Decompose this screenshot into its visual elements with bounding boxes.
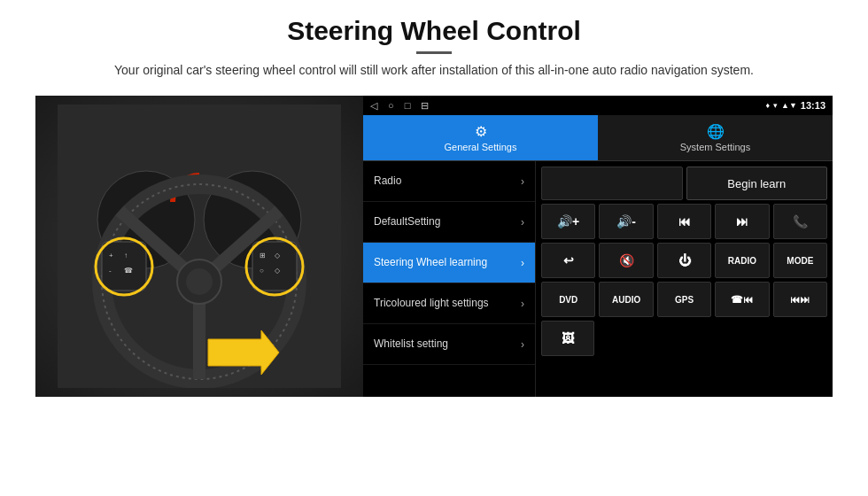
- svg-text:-: -: [109, 267, 112, 275]
- menu-tricolour[interactable]: Tricoloured light settings ›: [363, 283, 535, 324]
- skip-btn[interactable]: ⏮⏭: [773, 282, 827, 317]
- menu-list: Radio › DefaultSetting › Steering Wheel …: [363, 161, 536, 397]
- clock: 13:13: [801, 100, 825, 111]
- control-panel: Begin learn 🔊+ 🔊- ⏮: [536, 161, 833, 397]
- mute-icon: 🔇: [619, 253, 634, 267]
- vol-down-icon: 🔊-: [616, 214, 636, 229]
- recents-icon[interactable]: □: [405, 100, 411, 112]
- android-screen: ◁ ○ □ ⊟ ♦ ▾ ▲▼ 13:13 ⚙ General Settings: [363, 96, 833, 397]
- gps-label: GPS: [675, 295, 694, 305]
- power-icon: ⏻: [678, 253, 691, 267]
- blank-box: [541, 167, 683, 200]
- vol-down-btn[interactable]: 🔊-: [599, 204, 653, 239]
- back-icon[interactable]: ◁: [370, 100, 377, 112]
- tab-system-label: System Settings: [680, 142, 750, 152]
- control-row-3: DVD AUDIO GPS ☎⏮ ⏮⏭: [541, 282, 827, 317]
- radio-label: RADIO: [728, 256, 756, 266]
- svg-text:◇: ◇: [275, 267, 281, 275]
- phone-prev-btn[interactable]: ☎⏮: [715, 282, 769, 317]
- control-row-2: ↩ 🔇 ⏻ RADIO MODE: [541, 243, 827, 278]
- mute-btn[interactable]: 🔇: [599, 243, 653, 278]
- tab-bar: ⚙ General Settings 🌐 System Settings: [363, 115, 833, 161]
- audio-label: AUDIO: [612, 295, 640, 305]
- tab-system[interactable]: 🌐 System Settings: [598, 115, 833, 160]
- phone-prev-icon: ☎⏮: [731, 294, 753, 306]
- mode-label: MODE: [787, 256, 813, 266]
- phone-btn[interactable]: 📞: [773, 204, 827, 239]
- chevron-radio: ›: [521, 175, 524, 188]
- signal-icon: ▲▼: [781, 101, 797, 110]
- svg-text:↑: ↑: [124, 252, 128, 260]
- menu-default[interactable]: DefaultSetting ›: [363, 202, 535, 243]
- menu-default-label: DefaultSetting: [374, 215, 440, 229]
- control-row-1: 🔊+ 🔊- ⏮ ⏭ 📞: [541, 204, 827, 239]
- content-area: + ↑ - ☎ ⊞ ◇ ○ ◇: [35, 96, 833, 397]
- car-image: + ↑ - ☎ ⊞ ◇ ○ ◇: [35, 96, 363, 397]
- status-bar: ◁ ○ □ ⊟ ♦ ▾ ▲▼ 13:13: [363, 96, 833, 115]
- hangup-btn[interactable]: ↩: [541, 243, 595, 278]
- chevron-tricolour: ›: [521, 298, 524, 310]
- menu-radio[interactable]: Radio ›: [363, 161, 535, 202]
- mode-btn[interactable]: MODE: [773, 243, 827, 278]
- prev-btn[interactable]: ⏮: [657, 204, 711, 239]
- steering-wheel-svg: + ↑ - ☎ ⊞ ◇ ○ ◇: [58, 105, 341, 388]
- prev-icon: ⏮: [678, 214, 691, 229]
- globe-icon: 🌐: [707, 123, 725, 140]
- tab-general-label: General Settings: [445, 142, 517, 152]
- menu-and-controls: Radio › DefaultSetting › Steering Wheel …: [363, 161, 833, 397]
- vol-up-icon: 🔊+: [557, 214, 579, 229]
- next-icon: ⏭: [736, 214, 748, 229]
- page-title: Steering Wheel Control: [114, 16, 754, 46]
- svg-point-9: [186, 268, 213, 295]
- chevron-steering: ›: [521, 257, 524, 269]
- chevron-whitelist: ›: [521, 338, 524, 351]
- dvd-label: DVD: [559, 295, 577, 305]
- page-container: Steering Wheel Control Your original car…: [0, 0, 868, 496]
- audio-btn[interactable]: AUDIO: [599, 282, 653, 317]
- dvd-btn[interactable]: DVD: [541, 282, 595, 317]
- svg-text:◇: ◇: [275, 252, 281, 260]
- gear-icon: ⚙: [475, 123, 487, 140]
- control-row-4: 🖼: [541, 321, 827, 356]
- title-section: Steering Wheel Control Your original car…: [114, 16, 754, 80]
- radio-btn[interactable]: RADIO: [715, 243, 769, 278]
- nav-buttons: ◁ ○ □ ⊟: [370, 100, 429, 112]
- menu-tricolour-label: Tricoloured light settings: [374, 297, 489, 311]
- media-icon: 🖼: [562, 331, 574, 345]
- subtitle: Your original car's steering wheel contr…: [114, 61, 754, 80]
- menu-whitelist-label: Whitelist setting: [374, 337, 448, 352]
- begin-learn-area: Begin learn: [541, 167, 827, 200]
- menu-whitelist[interactable]: Whitelist setting ›: [363, 324, 535, 365]
- gps-btn[interactable]: GPS: [657, 282, 711, 317]
- svg-text:+: +: [109, 252, 113, 260]
- menu-steering-label: Steering Wheel learning: [374, 256, 487, 270]
- wifi-icon: ▾: [773, 101, 778, 110]
- menu-icon[interactable]: ⊟: [421, 100, 429, 112]
- skip-icon: ⏮⏭: [790, 294, 810, 305]
- menu-steering[interactable]: Steering Wheel learning ›: [363, 243, 535, 283]
- media-btn[interactable]: 🖼: [541, 321, 594, 356]
- svg-text:⊞: ⊞: [260, 252, 266, 260]
- hangup-icon: ↩: [563, 253, 574, 267]
- location-icon: ♦: [765, 101, 770, 110]
- home-icon[interactable]: ○: [388, 100, 394, 112]
- tab-general[interactable]: ⚙ General Settings: [363, 115, 598, 160]
- svg-text:○: ○: [260, 267, 264, 275]
- next-btn[interactable]: ⏭: [715, 204, 769, 239]
- vol-up-btn[interactable]: 🔊+: [541, 204, 595, 239]
- phone-icon: 📞: [793, 214, 808, 229]
- menu-radio-label: Radio: [374, 174, 401, 189]
- begin-learn-button[interactable]: Begin learn: [686, 167, 828, 200]
- power-btn[interactable]: ⏻: [657, 243, 711, 278]
- steering-wheel-bg: + ↑ - ☎ ⊞ ◇ ○ ◇: [35, 96, 363, 397]
- chevron-default: ›: [521, 216, 524, 229]
- svg-text:☎: ☎: [124, 267, 133, 275]
- title-divider: [416, 51, 452, 54]
- status-right: ♦ ▾ ▲▼ 13:13: [765, 100, 825, 111]
